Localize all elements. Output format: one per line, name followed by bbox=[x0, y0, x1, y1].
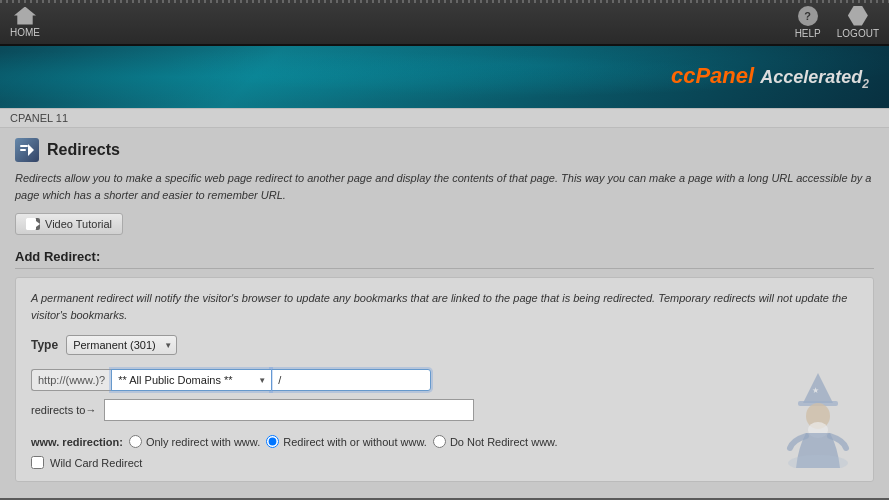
only-redirect-radio[interactable] bbox=[129, 435, 142, 448]
help-label: HELP bbox=[795, 28, 821, 39]
breadcrumb-text: CPANEL 11 bbox=[10, 112, 68, 124]
svg-text:★: ★ bbox=[812, 386, 819, 395]
logout-label: LOGOUT bbox=[837, 28, 879, 39]
redirects-to-input[interactable] bbox=[104, 399, 474, 421]
breadcrumb: CPANEL 11 bbox=[0, 108, 889, 128]
add-redirect-section-title: Add Redirect: bbox=[15, 249, 874, 269]
banner: ccPanel Accelerated2 bbox=[0, 46, 889, 108]
svg-rect-0 bbox=[20, 145, 28, 147]
redirects-icon bbox=[15, 138, 39, 162]
wildcard-checkbox[interactable] bbox=[31, 456, 44, 469]
only-redirect-radio-group: Only redirect with www. bbox=[129, 435, 260, 448]
svg-rect-1 bbox=[20, 149, 26, 151]
video-icon bbox=[26, 218, 40, 230]
video-tutorial-button[interactable]: Video Tutorial bbox=[15, 213, 123, 235]
wizard-figure: ★ bbox=[778, 368, 858, 471]
domain-select-wrapper: ** All Public Domains ** bbox=[111, 369, 271, 391]
domain-select[interactable]: ** All Public Domains ** bbox=[111, 369, 271, 391]
logout-icon bbox=[848, 6, 868, 26]
svg-rect-3 bbox=[26, 218, 36, 230]
logout-button[interactable]: LOGOUT bbox=[837, 6, 879, 39]
path-input[interactable] bbox=[271, 369, 431, 391]
home-button[interactable]: HOME bbox=[10, 7, 40, 38]
url-prefix: http://(www.)? bbox=[31, 369, 111, 391]
url-row: http://(www.)? ** All Public Domains ** bbox=[31, 369, 858, 391]
do-not-redirect-label: Do Not Redirect www. bbox=[450, 436, 558, 448]
home-icon bbox=[14, 7, 36, 25]
type-select[interactable]: Permanent (301) Temporary (302) bbox=[66, 335, 177, 355]
wizard-svg: ★ bbox=[778, 368, 858, 468]
do-not-redirect-radio[interactable] bbox=[433, 435, 446, 448]
type-label: Type bbox=[31, 338, 58, 352]
redirects-to-row: redirects to→ bbox=[31, 399, 858, 421]
type-row: Type Permanent (301) Temporary (302) bbox=[31, 335, 858, 355]
svg-point-10 bbox=[788, 455, 848, 468]
video-tutorial-label: Video Tutorial bbox=[45, 218, 112, 230]
banner-logo: ccPanel Accelerated2 bbox=[671, 63, 869, 91]
help-button[interactable]: ? HELP bbox=[795, 6, 821, 39]
redirect-form: A permanent redirect will notify the vis… bbox=[15, 277, 874, 482]
redirect-with-or-without-label: Redirect with or without www. bbox=[283, 436, 427, 448]
main-content: Redirects Redirects allow you to make a … bbox=[0, 128, 889, 498]
nav-right-group: ? HELP LOGOUT bbox=[795, 6, 879, 39]
do-not-redirect-radio-group: Do Not Redirect www. bbox=[433, 435, 558, 448]
redirect-with-or-without-radio[interactable] bbox=[266, 435, 279, 448]
only-redirect-label: Only redirect with www. bbox=[146, 436, 260, 448]
redirect-with-or-without-radio-group: Redirect with or without www. bbox=[266, 435, 427, 448]
home-label: HOME bbox=[10, 27, 40, 38]
help-icon: ? bbox=[798, 6, 818, 26]
wildcard-label: Wild Card Redirect bbox=[50, 457, 142, 469]
page-title: Redirects bbox=[47, 141, 120, 159]
svg-marker-2 bbox=[28, 144, 34, 156]
redirects-to-label: redirects to→ bbox=[31, 400, 104, 420]
www-redirection-label: www. redirection: bbox=[31, 436, 123, 448]
svg-marker-4 bbox=[36, 221, 40, 227]
permanent-note: A permanent redirect will notify the vis… bbox=[31, 290, 858, 323]
wildcard-row: Wild Card Redirect bbox=[31, 456, 858, 469]
www-redirect-row: www. redirection: Only redirect with www… bbox=[31, 435, 858, 448]
page-description: Redirects allow you to make a specific w… bbox=[15, 170, 874, 203]
top-navigation: HOME ? HELP LOGOUT bbox=[0, 0, 889, 46]
page-title-area: Redirects bbox=[15, 138, 874, 162]
type-select-wrapper: Permanent (301) Temporary (302) bbox=[66, 335, 177, 355]
